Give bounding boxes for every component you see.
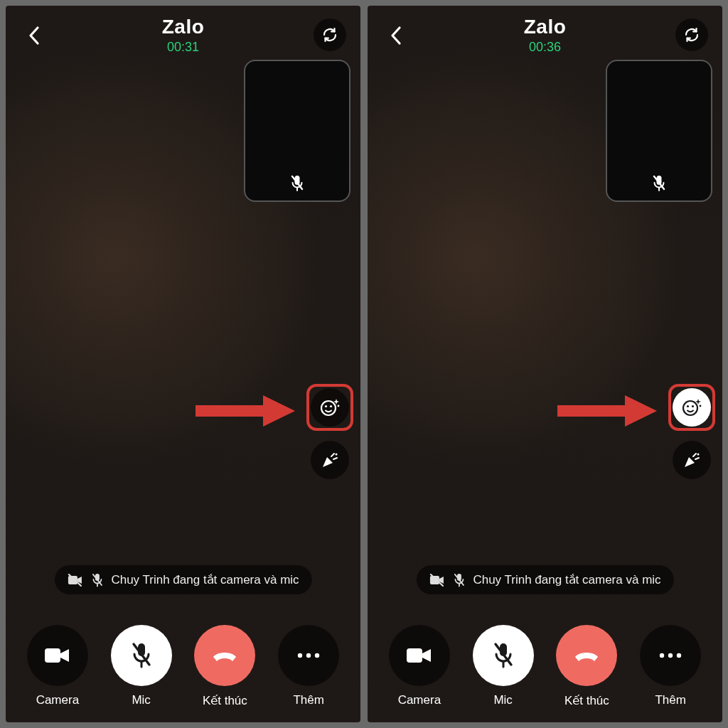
effects-button[interactable] xyxy=(673,388,711,427)
camera-button[interactable] xyxy=(389,625,450,686)
camera-control: Camera xyxy=(27,625,88,708)
mic-muted-icon xyxy=(453,573,464,587)
end-label: Kết thúc xyxy=(564,693,609,708)
end-call-icon xyxy=(571,640,602,671)
self-preview[interactable] xyxy=(244,60,350,202)
bottom-controls: Camera Mic Kết thúc xyxy=(6,625,360,708)
svg-point-44 xyxy=(668,653,673,658)
party-button[interactable] xyxy=(311,441,349,479)
more-icon xyxy=(296,652,321,659)
flip-camera-icon xyxy=(321,26,339,44)
annotation-arrow xyxy=(557,395,657,427)
camera-button[interactable] xyxy=(27,625,88,686)
mic-label: Mic xyxy=(132,693,150,707)
svg-point-27 xyxy=(683,401,697,415)
svg-rect-39 xyxy=(407,648,422,663)
svg-point-7 xyxy=(338,405,340,407)
end-control: Kết thúc xyxy=(556,625,617,708)
camera-off-icon xyxy=(67,574,82,587)
mic-control: Mic xyxy=(473,625,534,708)
app-title: Zalo xyxy=(524,16,567,38)
mic-button[interactable] xyxy=(111,625,172,686)
title-block: Zalo 00:31 xyxy=(162,16,205,55)
svg-rect-26 xyxy=(557,405,628,417)
more-label: Thêm xyxy=(293,693,323,707)
camera-label: Camera xyxy=(36,693,79,707)
svg-point-28 xyxy=(687,405,689,407)
effects-button-wrap xyxy=(311,388,349,427)
back-button[interactable] xyxy=(20,21,48,50)
more-control: Thêm xyxy=(278,625,339,708)
mic-muted-icon xyxy=(131,641,152,670)
mic-label: Mic xyxy=(493,693,512,707)
mic-muted-icon xyxy=(91,573,102,587)
svg-line-32 xyxy=(695,458,699,459)
effects-button[interactable] xyxy=(311,388,349,427)
svg-point-22 xyxy=(315,653,319,658)
svg-point-20 xyxy=(298,653,302,658)
party-button[interactable] xyxy=(673,441,711,479)
svg-line-31 xyxy=(693,454,696,456)
party-popper-icon xyxy=(682,450,702,470)
side-buttons xyxy=(673,388,711,479)
camera-off-icon xyxy=(429,574,444,587)
sparkle-face-icon xyxy=(681,397,702,418)
more-label: Thêm xyxy=(655,693,685,707)
svg-rect-16 xyxy=(45,648,60,663)
back-icon xyxy=(28,26,41,46)
more-button[interactable] xyxy=(640,625,701,686)
effects-button-wrap xyxy=(673,388,711,427)
svg-point-5 xyxy=(325,405,327,407)
self-preview[interactable] xyxy=(606,60,712,202)
end-call-button[interactable] xyxy=(194,625,255,686)
more-control: Thêm xyxy=(640,625,701,708)
top-bar: Zalo 00:31 xyxy=(6,16,360,54)
svg-rect-3 xyxy=(196,405,267,417)
bottom-controls: Camera Mic Kết thúc xyxy=(368,625,722,708)
title-block: Zalo 00:36 xyxy=(524,16,567,55)
status-text: Chuy Trinh đang tắt camera và mic xyxy=(111,572,299,587)
call-timer: 00:36 xyxy=(524,40,567,55)
party-popper-icon xyxy=(320,450,340,470)
top-bar: Zalo 00:36 xyxy=(368,16,722,54)
svg-point-6 xyxy=(330,405,332,407)
end-call-icon xyxy=(209,640,240,671)
call-screen-left: Zalo 00:31 xyxy=(6,6,360,722)
app-title: Zalo xyxy=(162,16,205,38)
end-control: Kết thúc xyxy=(194,625,255,708)
status-text: Chuy Trinh đang tắt camera và mic xyxy=(473,572,660,587)
camera-label: Camera xyxy=(398,693,441,707)
flip-camera-icon xyxy=(682,26,701,44)
more-button[interactable] xyxy=(278,625,339,686)
mic-muted-icon xyxy=(652,175,666,192)
svg-point-33 xyxy=(697,454,700,456)
status-pill: Chuy Trinh đang tắt camera và mic xyxy=(416,565,673,594)
videocam-icon xyxy=(43,646,72,665)
flip-camera-button[interactable] xyxy=(675,18,708,51)
mic-muted-icon xyxy=(493,641,514,670)
camera-control: Camera xyxy=(389,625,450,708)
annotation-arrow xyxy=(196,395,295,427)
sparkle-face-icon xyxy=(319,397,341,418)
svg-point-43 xyxy=(660,653,664,658)
svg-point-29 xyxy=(692,405,694,407)
more-icon xyxy=(658,652,682,659)
back-icon xyxy=(390,26,402,46)
side-buttons xyxy=(311,388,349,479)
svg-line-8 xyxy=(331,454,334,456)
end-call-button[interactable] xyxy=(556,625,617,686)
call-screen-right: Zalo 00:36 xyxy=(368,6,722,722)
mic-muted-icon xyxy=(290,175,304,192)
end-label: Kết thúc xyxy=(203,693,247,708)
svg-point-10 xyxy=(336,454,338,456)
svg-point-30 xyxy=(700,405,702,407)
call-timer: 00:31 xyxy=(162,40,205,55)
mic-control: Mic xyxy=(111,625,172,708)
svg-line-9 xyxy=(333,458,337,459)
mic-button[interactable] xyxy=(473,625,534,686)
back-button[interactable] xyxy=(382,21,410,50)
svg-point-4 xyxy=(321,401,336,415)
status-pill: Chuy Trinh đang tắt camera và mic xyxy=(54,565,311,594)
flip-camera-button[interactable] xyxy=(314,18,346,51)
svg-point-21 xyxy=(306,653,311,658)
